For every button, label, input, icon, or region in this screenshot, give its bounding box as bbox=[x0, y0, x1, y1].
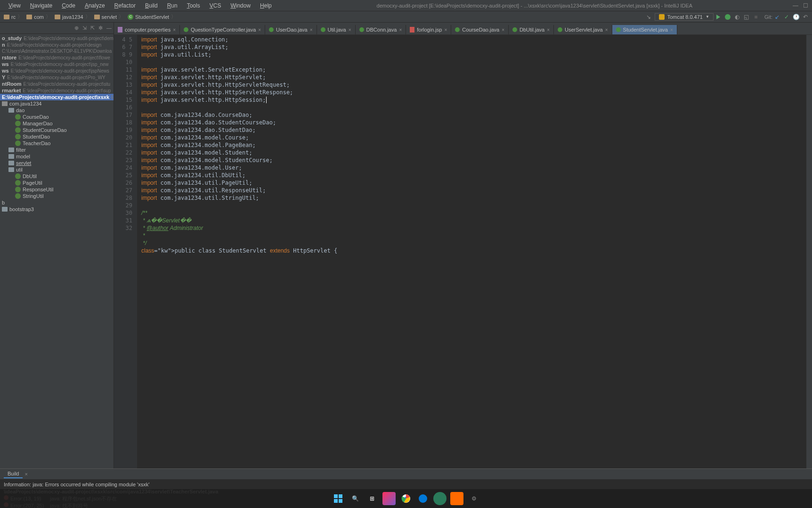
editor-tab[interactable]: DBConn.java× bbox=[356, 25, 406, 34]
breadcrumb-item[interactable]: servlet〉 bbox=[92, 13, 126, 20]
intellij-taskbar-icon[interactable] bbox=[382, 492, 396, 505]
editor-gutter[interactable]: 4 5 6 7 8 9 10 11 12 13 14 15 16 17 18 1… bbox=[114, 35, 138, 468]
tree-folder-util[interactable]: util bbox=[0, 166, 114, 173]
menu-navigate[interactable]: Navigate bbox=[25, 1, 57, 10]
run-configuration[interactable]: Tomcat 8.0.471 ▼ bbox=[655, 13, 714, 21]
tree-class[interactable]: DbUtil bbox=[0, 173, 114, 180]
tree-class[interactable]: PageUtil bbox=[0, 180, 114, 186]
tree-module-item[interactable]: ntRoom E:\ideaProjects\democxy-audit-pro… bbox=[0, 81, 114, 87]
close-tab-icon[interactable]: × bbox=[349, 27, 351, 33]
tree-class[interactable]: CourseDao bbox=[0, 114, 114, 120]
error-stripe[interactable] bbox=[806, 35, 812, 468]
chrome-taskbar-icon[interactable] bbox=[399, 492, 413, 505]
tree-class[interactable]: StringUtil bbox=[0, 193, 114, 199]
app2-taskbar-icon[interactable] bbox=[450, 492, 463, 505]
editor-tab[interactable]: StudentServlet.java× bbox=[612, 25, 677, 34]
profile-button[interactable]: ◱ bbox=[742, 12, 751, 22]
tree-class[interactable]: StudentDao bbox=[0, 133, 114, 140]
app-taskbar-icon[interactable] bbox=[433, 492, 447, 505]
menu-view[interactable]: View bbox=[4, 1, 25, 10]
menu-window[interactable]: Window bbox=[226, 1, 255, 10]
task-view-button[interactable]: ⊞ bbox=[365, 492, 379, 505]
menu-vcs[interactable]: VCS bbox=[205, 1, 226, 10]
close-tab-icon[interactable]: × bbox=[399, 27, 402, 33]
maximize-icon[interactable]: ☐ bbox=[803, 2, 808, 9]
project-header: ⊕ ⇲ ⇱ ✼ — bbox=[0, 23, 114, 34]
project-tool-window: ⊕ ⇲ ⇱ ✼ — o_study E:\ideaProjects\democx… bbox=[0, 23, 114, 468]
breadcrumb-item[interactable]: com〉 bbox=[24, 13, 53, 20]
stop-button[interactable]: ■ bbox=[751, 12, 761, 22]
menu-refactor[interactable]: Refactor bbox=[110, 1, 140, 10]
editor-tab[interactable]: CourseDao.java× bbox=[451, 25, 509, 34]
close-tab-icon[interactable]: × bbox=[502, 27, 504, 33]
build-tab[interactable]: Build bbox=[4, 470, 23, 478]
tree-module-item[interactable]: ws E:\ideaProjects\democxy-audit-project… bbox=[0, 61, 114, 67]
close-tab-icon[interactable]: × bbox=[605, 27, 608, 33]
project-tree[interactable]: o_study E:\ideaProjects\democxy-audit-pr… bbox=[0, 34, 114, 213]
editor-tab[interactable]: forlogin.jsp× bbox=[406, 25, 451, 34]
git-revert-button[interactable]: ↶ bbox=[801, 12, 810, 22]
menu-build[interactable]: Build bbox=[140, 1, 162, 10]
tree-class[interactable]: ManagerDao bbox=[0, 120, 114, 127]
tree-folder-bootstrap[interactable]: bootstrap3 bbox=[0, 206, 114, 213]
target-icon[interactable]: ⊕ bbox=[74, 25, 79, 31]
git-update-button[interactable]: ↙ bbox=[772, 12, 782, 22]
tree-module-item[interactable]: o_study E:\ideaProjects\democxy-audit-pr… bbox=[0, 35, 114, 41]
menu-code[interactable]: Code bbox=[57, 1, 80, 10]
breadcrumb-item[interactable]: java1234〉 bbox=[53, 13, 92, 20]
tree-folder-servlet[interactable]: servlet bbox=[0, 160, 114, 166]
hide-icon[interactable]: — bbox=[106, 25, 112, 31]
tree-module-item[interactable]: E:\ideaProjects\democxy-audit-project\xs… bbox=[0, 94, 114, 100]
tree-module-item[interactable]: n E:\ideaProjects\democxy-audit-project\… bbox=[0, 41, 114, 48]
search-button[interactable]: 🔍 bbox=[349, 492, 362, 505]
expand-icon[interactable]: ⇲ bbox=[82, 25, 87, 31]
collapse-icon[interactable]: ⇱ bbox=[90, 25, 95, 31]
tree-folder-filter[interactable]: filter bbox=[0, 147, 114, 153]
tree-class[interactable]: TeacherDao bbox=[0, 140, 114, 147]
tree-folder-model[interactable]: model bbox=[0, 153, 114, 160]
editor-tab[interactable]: UserServlet.java× bbox=[554, 25, 612, 34]
close-tab-icon[interactable]: × bbox=[444, 27, 447, 33]
git-history-button[interactable]: 🕐 bbox=[791, 12, 801, 22]
breadcrumb-item[interactable]: CStudentServlet〉 bbox=[126, 13, 178, 20]
start-button[interactable] bbox=[332, 492, 345, 505]
tree-folder-dao[interactable]: dao bbox=[0, 107, 114, 114]
tree-package[interactable]: com.java1234 bbox=[0, 100, 114, 107]
close-tab-icon[interactable]: × bbox=[24, 471, 27, 477]
editor-tab[interactable]: DbUtil.java× bbox=[509, 25, 554, 34]
editor-tab[interactable]: computer.properties× bbox=[114, 25, 180, 34]
tree-class[interactable]: StudentCourseDao bbox=[0, 127, 114, 133]
coverage-button[interactable]: ◐ bbox=[732, 12, 742, 22]
edge-taskbar-icon[interactable] bbox=[416, 492, 430, 505]
close-tab-icon[interactable]: × bbox=[670, 27, 673, 33]
close-tab-icon[interactable]: × bbox=[258, 27, 261, 33]
settings-taskbar-icon[interactable]: ⚙ bbox=[467, 492, 480, 505]
menu-tools[interactable]: Tools bbox=[182, 1, 205, 10]
tree-module-item[interactable]: rstore E:\ideaProjects\democxy-audit-pro… bbox=[0, 54, 114, 61]
editor-tab[interactable]: QuestionTypeController.java× bbox=[180, 25, 265, 34]
settings-icon[interactable]: ✼ bbox=[98, 25, 103, 31]
git-commit-button[interactable]: ✓ bbox=[782, 12, 791, 22]
update-icon[interactable]: ↘ bbox=[646, 14, 651, 20]
debug-button[interactable] bbox=[723, 12, 732, 22]
tree-item-b[interactable]: b bbox=[0, 199, 114, 206]
tomcat-icon bbox=[659, 14, 665, 20]
close-tab-icon[interactable]: × bbox=[310, 27, 313, 33]
editor-tab[interactable]: Util.java× bbox=[317, 25, 356, 34]
tree-module-item[interactable]: rmarket E:\ideaProjects\democxy-audit-pr… bbox=[0, 87, 114, 94]
editor-tab[interactable]: UserDao.java× bbox=[265, 25, 317, 34]
close-tab-icon[interactable]: × bbox=[547, 27, 550, 33]
tree-module-item[interactable]: ws E:\ideaProjects\democxy-audit-project… bbox=[0, 67, 114, 74]
window-controls: — ☐ bbox=[793, 2, 808, 9]
breadcrumb-item[interactable]: rc〉 bbox=[2, 13, 24, 20]
menu-help[interactable]: Help bbox=[255, 1, 276, 10]
tree-class[interactable]: ResponseUtil bbox=[0, 186, 114, 193]
menu-run[interactable]: Run bbox=[162, 1, 182, 10]
close-tab-icon[interactable]: × bbox=[173, 27, 176, 33]
run-button[interactable] bbox=[714, 12, 723, 22]
tree-module-item[interactable]: Y E:\ideaProjects\democxy-audit-project\… bbox=[0, 74, 114, 81]
tree-module-item[interactable]: C:\Users\Administrator.DESKTOP-EL1VPK\Do… bbox=[0, 48, 114, 54]
code-editor[interactable]: import java.sql.Connection; import java.… bbox=[138, 35, 806, 468]
minimize-icon[interactable]: — bbox=[793, 2, 798, 9]
menu-analyze[interactable]: Analyze bbox=[80, 1, 110, 10]
